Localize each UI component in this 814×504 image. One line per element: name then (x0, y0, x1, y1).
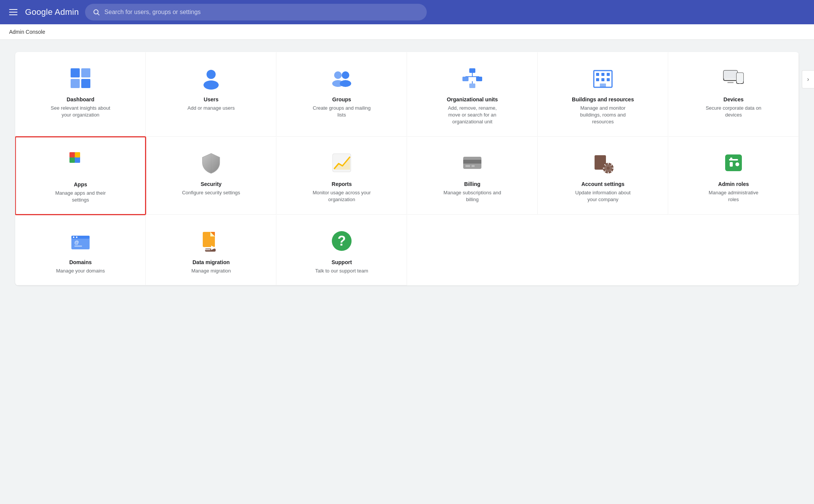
grid-item-dashboard[interactable]: Dashboard See relevant insights about yo… (15, 52, 146, 137)
grid-item-apps[interactable]: Apps Manage apps and their settings (15, 136, 146, 215)
svg-rect-29 (727, 82, 734, 83)
svg-point-32 (740, 83, 741, 84)
svg-rect-51 (730, 162, 733, 167)
svg-rect-4 (71, 79, 80, 88)
svg-rect-12 (469, 68, 475, 73)
svg-rect-35 (75, 152, 80, 158)
svg-rect-53 (730, 158, 732, 161)
grid-item-title-support: Support (331, 259, 352, 265)
header: Google Admin (0, 0, 814, 24)
grid-item-title-users: Users (204, 96, 219, 102)
grid-item-desc-buildings: Manage and monitor buildings, rooms and … (573, 105, 633, 126)
grid-item-title-admin-roles: Admin roles (718, 181, 749, 187)
apps-icon (68, 151, 93, 175)
grid-item-desc-users: Add or manage users (188, 105, 235, 112)
admin-grid: Dashboard See relevant insights about yo… (15, 52, 799, 285)
billing-icon (460, 151, 484, 175)
domains-icon: @ (68, 229, 93, 253)
users-icon (199, 66, 223, 90)
org-units-icon (460, 66, 484, 90)
svg-point-11 (340, 80, 351, 87)
svg-rect-3 (81, 68, 90, 77)
svg-point-10 (342, 71, 349, 79)
svg-rect-14 (476, 77, 482, 81)
svg-text:?: ? (338, 233, 346, 249)
grid-item-title-org-units: Organizational units (447, 96, 498, 102)
svg-rect-26 (600, 83, 606, 87)
grid-item-groups[interactable]: Groups Create groups and mailing lists (276, 52, 407, 137)
grid-item-data-migration[interactable]: Data migration Manage migration (146, 215, 276, 285)
support-icon: ? (330, 229, 354, 253)
svg-rect-42 (463, 160, 481, 164)
grid-item-devices[interactable]: Devices Secure corporate data on devices (668, 52, 799, 137)
svg-rect-36 (69, 158, 75, 163)
svg-point-6 (207, 70, 216, 79)
svg-rect-34 (69, 152, 75, 158)
search-icon (93, 8, 100, 16)
grid-item-security[interactable]: Security Configure security settings (146, 137, 276, 215)
grid-item-org-units[interactable]: Organizational units Add, remove, rename… (407, 52, 538, 137)
grid-item-domains[interactable]: @ Domains Manage your domains (15, 215, 146, 285)
svg-rect-13 (462, 77, 469, 81)
grid-item-desc-reports: Monitor usage across your organization (311, 189, 372, 203)
grid-item-title-buildings: Buildings and resources (572, 96, 634, 102)
svg-rect-59 (74, 246, 82, 247)
svg-rect-5 (81, 79, 90, 88)
grid-item-desc-apps: Manage apps and their settings (50, 190, 111, 203)
grid-item-title-security: Security (200, 181, 221, 187)
menu-button[interactable] (8, 8, 19, 17)
reports-icon (330, 151, 354, 175)
svg-rect-25 (607, 78, 610, 81)
grid-item-desc-dashboard: See relevant insights about your organiz… (50, 105, 111, 118)
security-icon (199, 151, 223, 175)
breadcrumb: Admin Console (0, 24, 814, 40)
svg-point-7 (204, 80, 219, 90)
svg-point-57 (76, 236, 77, 238)
grid-item-desc-groups: Create groups and mailing lists (311, 105, 372, 118)
grid-item-billing[interactable]: Billing Manage subscriptions and billing (407, 137, 538, 215)
grid-item-title-domains: Domains (69, 259, 91, 265)
grid-item-desc-data-migration: Manage migration (191, 268, 231, 274)
grid-item-support[interactable]: ? Support Talk to our support team (276, 215, 407, 285)
grid-item-title-data-migration: Data migration (192, 259, 230, 265)
grid-item-title-reports: Reports (332, 181, 352, 187)
grid-item-reports[interactable]: Reports Monitor usage across your organi… (276, 137, 407, 215)
svg-text:@: @ (74, 240, 79, 245)
grid-item-title-groups: Groups (332, 96, 351, 102)
grid-item-admin-roles[interactable]: Admin roles Manage administrative roles (668, 137, 799, 215)
svg-rect-28 (724, 71, 737, 79)
svg-rect-2 (71, 68, 80, 77)
main-content: › Dashboard See relevant insights about … (0, 40, 814, 298)
search-input[interactable] (104, 9, 419, 16)
scroll-right-button[interactable]: › (802, 70, 814, 88)
groups-icon (330, 66, 354, 90)
grid-item-desc-devices: Secure corporate data on devices (703, 105, 764, 118)
grid-item-buildings[interactable]: Buildings and resources Manage and monit… (538, 52, 668, 137)
svg-rect-24 (601, 78, 604, 81)
account-settings-icon (591, 151, 615, 175)
svg-point-8 (334, 71, 342, 79)
grid-item-desc-domains: Manage your domains (56, 268, 105, 274)
grid-item-desc-account-settings: Update information about your company (573, 189, 633, 203)
svg-rect-20 (596, 73, 599, 76)
svg-point-52 (735, 162, 739, 166)
search-bar[interactable] (85, 4, 427, 20)
svg-rect-17 (469, 83, 475, 88)
grid-item-desc-admin-roles: Manage administrative roles (703, 189, 764, 203)
devices-icon (721, 66, 746, 90)
svg-point-48 (607, 167, 610, 170)
grid-item-desc-billing: Manage subscriptions and billing (442, 189, 503, 203)
svg-rect-23 (596, 78, 599, 81)
grid-item-title-devices: Devices (724, 96, 744, 102)
svg-rect-49 (725, 154, 742, 171)
grid-item-desc-support: Talk to our support team (315, 268, 368, 274)
buildings-icon (591, 66, 615, 90)
admin-roles-icon (721, 151, 746, 175)
data-migration-icon (199, 229, 223, 253)
svg-line-1 (98, 14, 99, 15)
grid-item-title-apps: Apps (74, 181, 87, 187)
grid-item-desc-org-units: Add, remove, rename, move or search for … (442, 105, 503, 126)
grid-item-account-settings[interactable]: Account settings Update information abou… (538, 137, 668, 215)
grid-item-users[interactable]: Users Add or manage users (146, 52, 276, 137)
app-logo: Google Admin (25, 7, 79, 17)
